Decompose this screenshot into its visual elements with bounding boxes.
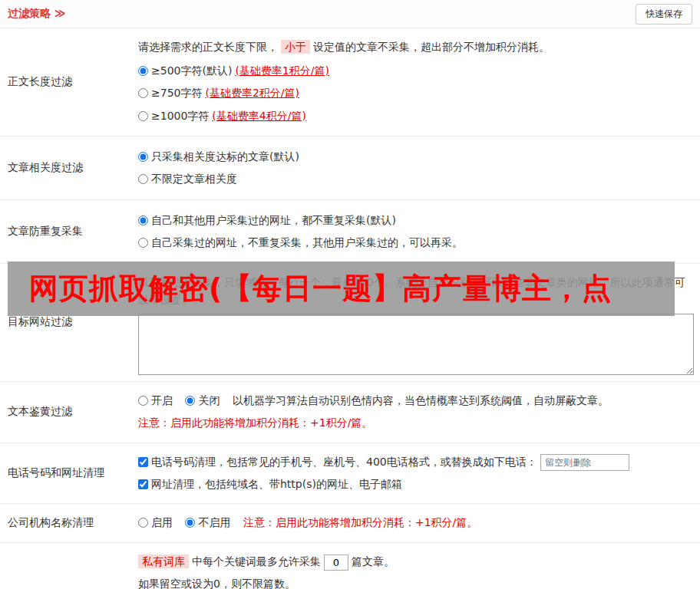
option-phone-clean[interactable]: 电话号码清理，包括常见的手机号、座机号、400电话格式，或替换成如下电话： (138, 456, 540, 468)
checkbox-url-clean[interactable] (138, 479, 148, 489)
radio-length-500[interactable] (138, 66, 148, 76)
quick-save-button[interactable]: 快速保存 (636, 4, 692, 25)
row-label-body-length: 正文长度过滤 (0, 28, 137, 136)
intro-highlight: 小于 (281, 40, 310, 54)
checkbox-phone-clean[interactable] (138, 457, 148, 467)
option-dedup-all[interactable]: 自己和其他用户采集过的网址，都不重复采集(默认) (138, 212, 694, 229)
option-label: ≥750字符 (151, 87, 202, 99)
option-label: 自己和其他用户采集过的网址，都不重复采集(默认) (151, 214, 396, 226)
keyword-line1-mid: 中每个关键词最多允许采集 (192, 555, 321, 568)
row-porn-filter: 文本鉴黄过滤 开启 关闭 以机器学习算法自动识别色情内容，当色情概率达到系统阈值… (0, 382, 700, 443)
fee-link-750[interactable]: (基础费率2积分/篇) (205, 87, 299, 99)
row-label-company: 公司机构名称清理 (0, 504, 137, 542)
radio-company-off[interactable] (185, 518, 195, 528)
radio-porn-off[interactable] (185, 396, 195, 406)
radio-dedup-all[interactable] (138, 216, 148, 225)
private-lexicon-tag: 私有词库 (138, 554, 189, 568)
radio-company-on[interactable] (138, 518, 148, 528)
row-dedup: 文章防重复采集 自己和其他用户采集过的网址，都不重复采集(默认) 自己采集过的网… (0, 200, 700, 264)
keyword-count-input[interactable] (324, 554, 348, 571)
radio-relevance-any[interactable] (138, 174, 148, 184)
radio-dedup-own[interactable] (138, 238, 148, 248)
row-label-porn-filter: 文本鉴黄过滤 (0, 382, 137, 443)
row-relevance: 文章相关度过滤 只采集相关度达标的文章(默认) 不限定文章相关度 (0, 137, 700, 200)
option-label: ≥500字符(默认) (151, 64, 232, 77)
watermark-overlay: 网页抓取解密(【每日一题】高产量博主，点 (8, 262, 675, 316)
porn-filter-warning: 注意：启用此功能将增加积分消耗：+1积分/篇。 (138, 414, 694, 433)
keyword-note-zero: 如果留空或设为0，则不限篇数。 (138, 575, 694, 589)
target-sites-textarea[interactable] (138, 314, 694, 375)
option-company-on[interactable]: 启用 (138, 516, 176, 528)
row-company-clean: 公司机构名称清理 启用 不启用 注意：启用此功能将增加积分消耗：+1积分/篇。 (0, 504, 700, 543)
option-company-off[interactable]: 不启用 (185, 516, 233, 528)
intro-pre: 请选择需求的正文长度下限， (138, 41, 278, 53)
option-length-1000[interactable]: ≥1000字符(基础费率4积分/篇) (138, 107, 694, 124)
porn-filter-desc: 以机器学习算法自动识别色情内容，当色情概率达到系统阈值，自动屏蔽文章。 (233, 394, 609, 406)
page-title[interactable]: 过滤策略 ≫ (8, 7, 66, 21)
option-label: 启用 (151, 516, 173, 528)
option-label: 关闭 (198, 394, 220, 406)
row-phone-url-clean: 电话号码和网址清理 电话号码清理，包括常见的手机号、座机号、400电话格式，或替… (0, 443, 700, 505)
row-label-keyword: 关键词防重复采集 (0, 543, 137, 589)
option-label: 只采集相关度达标的文章(默认) (151, 150, 299, 163)
option-url-clean[interactable]: 网址清理，包括纯域名、带http(s)的网址、电子邮箱 (138, 478, 402, 490)
radio-relevance-strict[interactable] (138, 152, 148, 162)
option-label: 网址清理，包括纯域名、带http(s)的网址、电子邮箱 (151, 478, 402, 490)
watermark-text: 网页抓取解密(【每日一题】高产量博主，点 (8, 269, 612, 308)
option-label: 自己采集过的网址，不重复采集，其他用户采集过的，可以再采。 (151, 236, 463, 248)
option-label: 不启用 (198, 516, 230, 528)
phone-replace-input[interactable] (540, 454, 629, 471)
keyword-line1-post: 篇文章。 (352, 555, 395, 568)
option-dedup-own[interactable]: 自己采集过的网址，不重复采集，其他用户采集过的，可以再采。 (138, 234, 694, 251)
row-label-relevance: 文章相关度过滤 (0, 137, 137, 199)
radio-porn-on[interactable] (138, 396, 148, 406)
body-length-intro: 请选择需求的正文长度下限，小于设定值的文章不采集，超出部分不增加积分消耗。 (138, 38, 694, 57)
option-length-750[interactable]: ≥750字符(基础费率2积分/篇) (138, 84, 694, 101)
fee-link-1000[interactable]: (基础费率4积分/篇) (212, 110, 306, 122)
option-label: 开启 (151, 394, 173, 406)
option-label: ≥1000字符 (151, 110, 209, 122)
radio-length-750[interactable] (138, 88, 148, 98)
topbar: 过滤策略 ≫ 快速保存 (0, 0, 700, 28)
option-relevance-strict[interactable]: 只采集相关度达标的文章(默认) (138, 148, 694, 165)
option-length-500[interactable]: ≥500字符(默认)(基础费率1积分/篇) (138, 62, 694, 79)
row-label-dedup: 文章防重复采集 (0, 200, 137, 263)
intro-post: 设定值的文章不采集，超出部分不增加积分消耗。 (313, 41, 550, 53)
option-porn-off[interactable]: 关闭 (185, 394, 223, 406)
option-label: 电话号码清理，包括常见的手机号、座机号、400电话格式，或替换成如下电话： (151, 456, 537, 468)
row-label-phone-url: 电话号码和网址清理 (0, 443, 137, 504)
row-keyword-dedup: 关键词防重复采集 私有词库中每个关键词最多允许采集篇文章。 如果留空或设为0，则… (0, 543, 700, 589)
option-label: 不限定文章相关度 (151, 173, 237, 185)
row-body-length: 正文长度过滤 请选择需求的正文长度下限，小于设定值的文章不采集，超出部分不增加积… (0, 28, 700, 137)
option-porn-on[interactable]: 开启 (138, 394, 176, 406)
fee-link-500[interactable]: (基础费率1积分/篇) (235, 64, 329, 77)
option-relevance-any[interactable]: 不限定文章相关度 (138, 170, 694, 187)
radio-length-1000[interactable] (138, 111, 148, 121)
company-warning: 注意：启用此功能将增加积分消耗：+1积分/篇。 (243, 516, 477, 528)
